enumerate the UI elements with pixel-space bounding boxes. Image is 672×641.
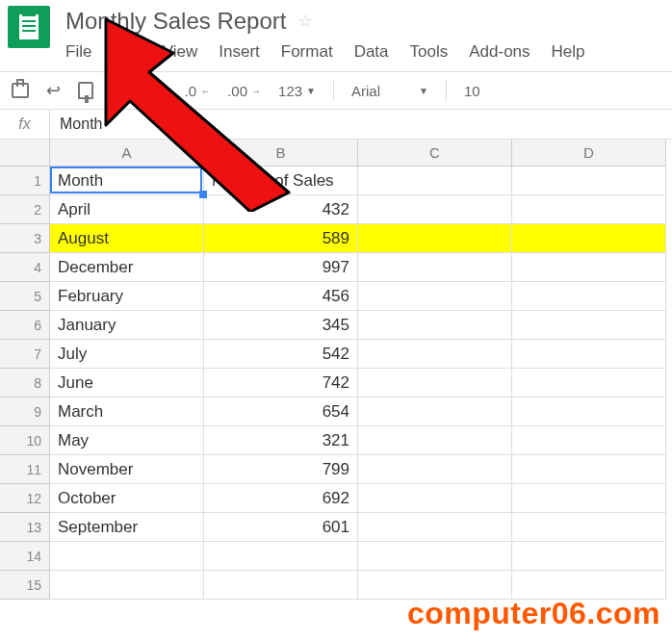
menu-format[interactable]: Format <box>281 42 333 62</box>
cell[interactable] <box>358 397 512 426</box>
cell[interactable]: December <box>50 253 204 282</box>
column-header-c[interactable]: C <box>358 140 512 167</box>
cell[interactable]: 799 <box>204 455 358 484</box>
menu-help[interactable]: Help <box>552 42 585 62</box>
number-format-dropdown[interactable]: 123 ▼ <box>278 83 316 99</box>
paint-format-button[interactable] <box>78 82 93 99</box>
select-all-corner[interactable] <box>0 140 50 167</box>
cell[interactable] <box>512 513 666 542</box>
cell[interactable] <box>358 282 512 311</box>
fill-handle[interactable] <box>199 191 207 198</box>
cell[interactable]: 742 <box>204 369 358 397</box>
cell[interactable]: 654 <box>204 397 358 426</box>
percent-button[interactable]: % <box>154 83 167 99</box>
table-row[interactable]: 1MonthNumber of Sales <box>0 167 666 195</box>
cell[interactable] <box>358 455 512 484</box>
cell[interactable] <box>512 253 666 282</box>
cell[interactable]: August <box>50 224 204 253</box>
cell[interactable]: 997 <box>204 253 358 282</box>
cell[interactable]: January <box>50 311 204 340</box>
cell[interactable] <box>512 282 666 311</box>
cell[interactable]: May <box>50 426 204 455</box>
menu-view[interactable]: View <box>163 42 198 62</box>
star-icon[interactable]: ☆ <box>297 11 313 32</box>
cell[interactable] <box>512 397 666 426</box>
row-header[interactable]: 14 <box>0 542 50 571</box>
cell[interactable]: 321 <box>204 426 358 455</box>
spreadsheet-grid[interactable]: A B C D 1MonthNumber of Sales2April4323A… <box>0 140 672 600</box>
cell[interactable] <box>358 253 512 282</box>
row-header[interactable]: 8 <box>0 369 50 397</box>
cell[interactable] <box>512 167 666 195</box>
menu-insert[interactable]: Insert <box>219 42 260 62</box>
cell[interactable]: February <box>50 282 204 311</box>
menu-data[interactable]: Data <box>354 42 389 62</box>
table-row[interactable]: 11November799 <box>0 455 666 484</box>
table-row[interactable]: 2April432 <box>0 195 666 224</box>
cell[interactable]: October <box>50 484 204 513</box>
currency-button[interactable]: $ <box>129 83 137 99</box>
cell[interactable]: 601 <box>204 513 358 542</box>
cell[interactable]: April <box>50 195 204 224</box>
table-row[interactable]: 5February456 <box>0 282 666 311</box>
cell[interactable] <box>512 484 666 513</box>
cell[interactable] <box>512 224 666 253</box>
menu-edit[interactable]: Edit <box>113 42 141 62</box>
cell[interactable] <box>512 455 666 484</box>
row-header[interactable]: 3 <box>0 224 50 253</box>
menu-file[interactable]: File <box>65 42 91 62</box>
row-header[interactable]: 6 <box>0 311 50 340</box>
sheets-logo[interactable] <box>8 6 50 48</box>
cell[interactable] <box>358 340 512 369</box>
cell[interactable]: June <box>50 369 204 397</box>
table-row[interactable]: 10May321 <box>0 426 666 455</box>
table-row[interactable]: 7July542 <box>0 340 666 369</box>
undo-button[interactable]: ↩ <box>46 80 61 101</box>
cell[interactable]: 589 <box>204 224 358 253</box>
cell[interactable]: March <box>50 397 204 426</box>
row-header[interactable]: 5 <box>0 282 50 311</box>
cell[interactable] <box>358 484 512 513</box>
table-row[interactable]: 9March654 <box>0 397 666 426</box>
cell[interactable]: 692 <box>204 484 358 513</box>
cell[interactable]: Month <box>50 167 204 195</box>
menu-tools[interactable]: Tools <box>410 42 449 62</box>
cell[interactable]: 345 <box>204 311 358 340</box>
row-header[interactable]: 1 <box>0 167 50 195</box>
cell[interactable] <box>358 542 512 571</box>
cell[interactable] <box>50 542 204 571</box>
font-dropdown[interactable]: Arial ▼ <box>351 83 428 99</box>
table-row[interactable]: 6January345 <box>0 311 666 340</box>
column-header-d[interactable]: D <box>512 140 666 167</box>
row-header[interactable]: 2 <box>0 195 50 224</box>
column-header-b[interactable]: B <box>204 140 358 167</box>
cell[interactable] <box>358 311 512 340</box>
row-header[interactable]: 4 <box>0 253 50 282</box>
cell[interactable] <box>358 369 512 397</box>
row-header[interactable]: 12 <box>0 484 50 513</box>
table-row[interactable]: 13September601 <box>0 513 666 542</box>
cell[interactable] <box>204 542 358 571</box>
menu-addons[interactable]: Add-ons <box>469 42 530 62</box>
cell[interactable]: 456 <box>204 282 358 311</box>
table-row[interactable]: 3August589 <box>0 224 666 253</box>
decrease-decimal-button[interactable]: .0← <box>185 83 211 99</box>
row-header[interactable]: 10 <box>0 426 50 455</box>
table-row[interactable]: 8June742 <box>0 369 666 397</box>
table-row[interactable]: 4December997 <box>0 253 666 282</box>
cell[interactable] <box>358 224 512 253</box>
row-header[interactable]: 9 <box>0 397 50 426</box>
cell[interactable] <box>512 542 666 571</box>
cell[interactable] <box>512 426 666 455</box>
cell[interactable] <box>512 369 666 397</box>
formula-bar[interactable] <box>50 110 672 139</box>
cell[interactable]: Number of Sales <box>204 167 358 195</box>
row-header[interactable]: 15 <box>0 571 50 600</box>
print-button[interactable] <box>12 83 29 98</box>
row-header[interactable]: 13 <box>0 513 50 542</box>
increase-decimal-button[interactable]: .00→ <box>227 83 261 99</box>
cell[interactable] <box>358 513 512 542</box>
cell[interactable]: September <box>50 513 204 542</box>
column-header-a[interactable]: A <box>50 140 204 167</box>
cell[interactable] <box>358 195 512 224</box>
